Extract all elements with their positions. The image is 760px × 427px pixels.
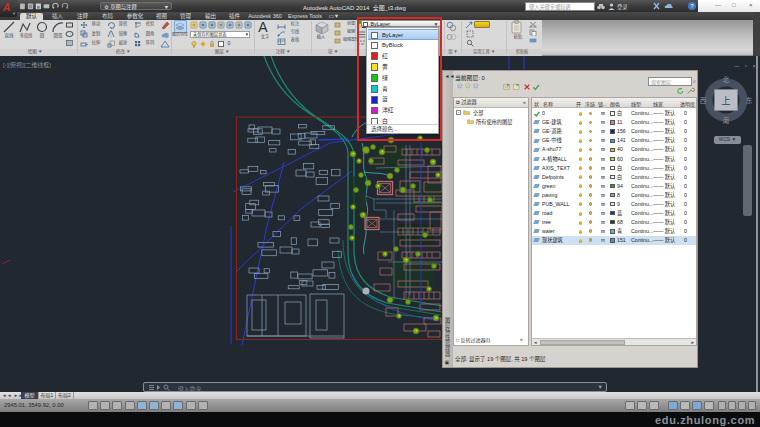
svg-text:西: 西 (700, 97, 707, 105)
svg-text:北: 北 (723, 76, 730, 84)
svg-text:东: 东 (746, 96, 753, 104)
svg-text:上: 上 (721, 96, 730, 106)
svg-text:南: 南 (723, 116, 730, 124)
